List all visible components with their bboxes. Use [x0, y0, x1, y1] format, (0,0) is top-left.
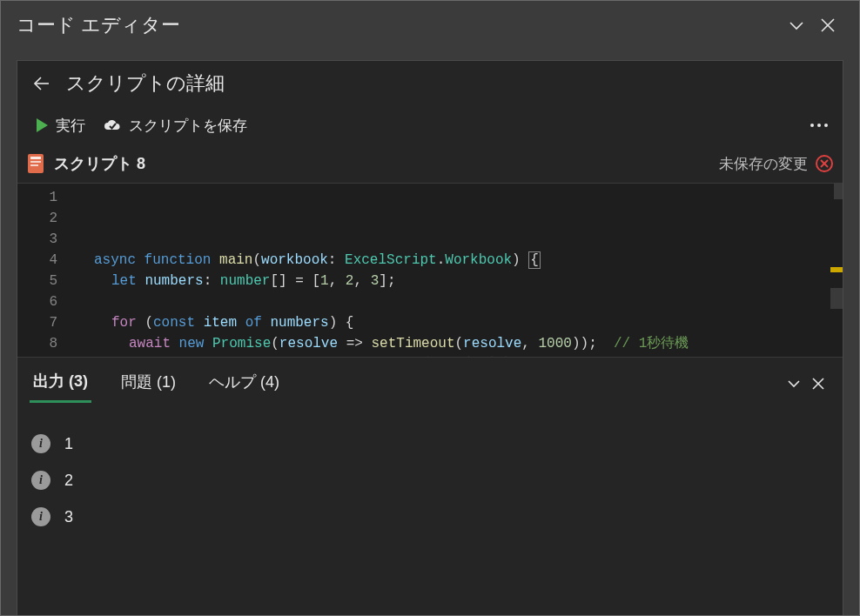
info-icon — [31, 471, 50, 490]
svg-marker-3 — [37, 118, 48, 132]
code-line[interactable] — [70, 291, 843, 312]
code-area[interactable]: async function main(workbook: ExcelScrip… — [70, 184, 843, 357]
line-number: 4 — [17, 250, 57, 271]
close-button[interactable] — [812, 10, 843, 41]
window-title: コード エディター — [17, 12, 781, 38]
output-panel: 出力 (3) 問題 (1) ヘルプ (4) 123 — [17, 357, 843, 615]
svg-point-5 — [817, 124, 821, 127]
output-value: 2 — [64, 472, 73, 490]
code-line[interactable]: for (const item of numbers) { — [70, 312, 843, 333]
line-number: 6 — [17, 291, 57, 312]
code-line[interactable]: await new Promise(resolve => setTimeout(… — [70, 333, 843, 354]
script-file-icon — [26, 152, 45, 175]
detail-title: スクリプトの詳細 — [66, 70, 225, 97]
tab-help[interactable]: ヘルプ (4) — [205, 366, 283, 401]
output-line: 2 — [31, 462, 830, 499]
line-number: 5 — [17, 271, 57, 291]
output-value: 1 — [64, 435, 73, 453]
output-value: 3 — [64, 508, 73, 526]
error-badge-icon[interactable] — [815, 154, 834, 173]
tab-output[interactable]: 出力 (3) — [30, 365, 91, 403]
svg-rect-8 — [30, 157, 41, 159]
output-line: 1 — [31, 425, 830, 462]
code-editor-window: コード エディター スクリプトの詳細 実行 — [0, 0, 860, 616]
unsaved-changes-label: 未保存の変更 — [719, 154, 808, 174]
line-number: 2 — [17, 208, 57, 229]
run-button[interactable]: 実行 — [26, 110, 94, 141]
script-name[interactable]: スクリプト 8 — [54, 153, 719, 174]
line-number-gutter: 12345678 — [17, 184, 70, 357]
info-icon — [31, 434, 50, 453]
line-number: 7 — [17, 312, 57, 333]
detail-header: スクリプトの詳細 — [17, 61, 843, 106]
script-panel: スクリプトの詳細 実行 スクリプトを保存 — [17, 60, 843, 615]
line-number: 8 — [17, 333, 57, 354]
code-line[interactable]: console.log(item); // 1, 2, 3が1秒ずつ順番に出力さ… — [70, 354, 843, 357]
line-number: 3 — [17, 229, 57, 250]
line-number: 1 — [17, 187, 57, 208]
collapse-output-button[interactable] — [782, 372, 806, 396]
ellipsis-icon — [810, 123, 829, 128]
svg-rect-9 — [30, 161, 41, 163]
cloud-save-icon — [103, 118, 122, 132]
code-editor[interactable]: 12345678 async function main(workbook: E… — [17, 183, 843, 357]
close-output-button[interactable] — [806, 372, 830, 396]
svg-point-6 — [824, 124, 828, 127]
more-options-button[interactable] — [804, 110, 834, 141]
svg-rect-10 — [30, 164, 38, 166]
info-icon — [31, 507, 50, 526]
save-script-button[interactable]: スクリプトを保存 — [94, 110, 256, 141]
toolbar: 実行 スクリプトを保存 — [17, 106, 843, 144]
titlebar: コード エディター — [1, 1, 859, 50]
svg-point-4 — [810, 124, 814, 127]
run-label: 実行 — [56, 116, 85, 136]
output-body: 123 — [30, 401, 830, 535]
output-line: 3 — [31, 499, 830, 535]
script-info-row: スクリプト 8 未保存の変更 — [17, 144, 843, 183]
back-button[interactable] — [28, 70, 56, 97]
code-line[interactable]: async function main(workbook: ExcelScrip… — [70, 250, 843, 271]
output-tabs: 出力 (3) 問題 (1) ヘルプ (4) — [30, 366, 830, 401]
code-line[interactable]: let numbers: number[] = [1, 2, 3]; — [70, 271, 843, 291]
save-label: スクリプトを保存 — [129, 116, 247, 136]
tab-problems[interactable]: 問題 (1) — [118, 366, 179, 401]
play-icon — [35, 117, 49, 133]
minimize-panel-button[interactable] — [781, 10, 812, 41]
